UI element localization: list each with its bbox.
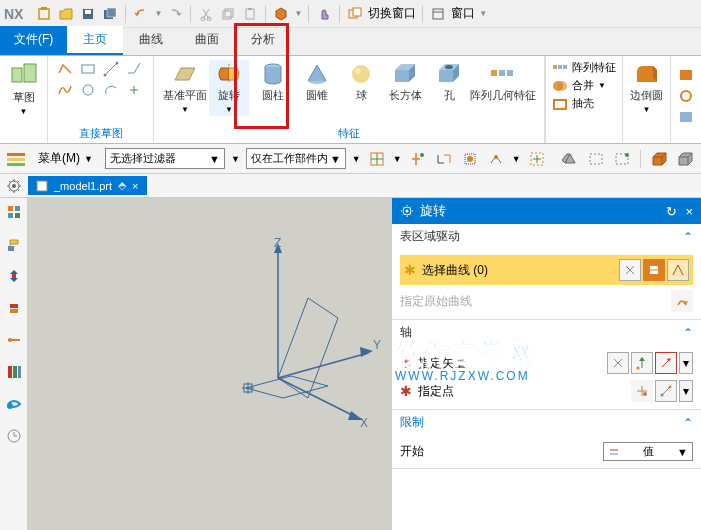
box-button[interactable]: 长方体 [385, 60, 425, 116]
profile-icon[interactable] [56, 60, 74, 78]
redo-icon[interactable] [166, 5, 184, 23]
spline-icon[interactable] [56, 81, 74, 99]
window-label[interactable]: 窗口 [451, 5, 475, 22]
copy-icon[interactable] [219, 5, 237, 23]
select-curve-row[interactable]: ✱ 选择曲线 (0) [400, 255, 693, 285]
extra-icon-3[interactable] [677, 108, 695, 126]
point-button-1[interactable] [631, 380, 653, 402]
viewport[interactable]: Z X Y [28, 198, 391, 530]
extra-icon-1[interactable] [677, 66, 695, 84]
left-sidebar [0, 198, 28, 530]
vector-button-1[interactable] [607, 352, 629, 374]
settings-icon[interactable] [4, 176, 24, 196]
menu-button[interactable]: 菜单(M)▼ [32, 148, 99, 169]
fb-view-2[interactable] [586, 149, 606, 169]
fb-icon-3[interactable] [434, 149, 454, 169]
fb-icon-2[interactable] [408, 149, 428, 169]
circle-icon[interactable] [79, 81, 97, 99]
line-icon[interactable] [102, 60, 120, 78]
scope-combo[interactable]: 仅在工作部件内▼ [246, 148, 346, 169]
nav-icon-8[interactable] [4, 426, 24, 446]
rectangle-icon[interactable] [79, 60, 97, 78]
nav-icon-3[interactable] [4, 266, 24, 286]
svg-point-86 [406, 210, 409, 213]
cylinder-button[interactable]: 圆柱 [253, 60, 293, 116]
start-value-combo[interactable]: 值▼ [603, 442, 693, 461]
touch-icon[interactable] [315, 5, 333, 23]
svg-rect-60 [37, 181, 47, 191]
datum-plane-button[interactable]: 基准平面 ▼ [165, 60, 205, 116]
tab-file[interactable]: 文件(F) [0, 26, 67, 55]
feature-icon[interactable] [272, 5, 290, 23]
section-limit-head[interactable]: 限制 ⌃ [392, 410, 701, 435]
revolve-button[interactable]: 旋转 ▼ [209, 60, 249, 116]
tab-curve[interactable]: 曲线 [123, 26, 179, 55]
hole-button[interactable]: 孔 [429, 60, 469, 116]
original-curve-button[interactable] [671, 290, 693, 312]
vector-button-2[interactable] [631, 352, 653, 374]
undo-icon[interactable] [132, 5, 150, 23]
unite-button[interactable]: 合并 ▼ [552, 78, 616, 93]
sphere-button[interactable]: 球 [341, 60, 381, 116]
nav-icon-1[interactable] [4, 202, 24, 222]
arc-icon[interactable] [102, 81, 120, 99]
cone-button[interactable]: 圆锥 [297, 60, 337, 116]
model-tab[interactable]: _model1.prt ⬘ × [28, 176, 147, 195]
nav-icon-2[interactable] [4, 234, 24, 254]
panel-close-icon[interactable]: × [685, 204, 693, 219]
window-switch-icon[interactable] [346, 5, 364, 23]
pattern-feat-button[interactable]: 阵列特征 [552, 60, 616, 75]
panel-refresh-icon[interactable]: ↻ [666, 204, 677, 219]
window-icon[interactable] [429, 5, 447, 23]
save-icon[interactable] [79, 5, 97, 23]
blend-button[interactable]: 边倒圆 ▼ [627, 60, 667, 116]
svg-point-68 [8, 338, 12, 342]
section-drive-head[interactable]: 表区域驱动 ⌃ [392, 224, 701, 249]
save-all-icon[interactable] [101, 5, 119, 23]
vector-menu-button[interactable]: ▾ [679, 352, 693, 374]
arc-tool-icon[interactable] [125, 60, 143, 78]
fb-style-1[interactable] [649, 149, 669, 169]
fb-view-1[interactable] [560, 149, 580, 169]
cut-icon[interactable] [197, 5, 215, 23]
nav-icon-4[interactable] [4, 298, 24, 318]
direct-sketch-group: 直接草图 [48, 56, 154, 143]
sketch-section-button[interactable] [619, 259, 641, 281]
nav-icon-7[interactable] [4, 394, 24, 414]
point-menu-button[interactable]: ▾ [679, 380, 693, 402]
nav-icon-6[interactable] [4, 362, 24, 382]
fb-style-2[interactable] [675, 149, 695, 169]
panel-title: 旋转 [420, 202, 446, 220]
section-axis-head[interactable]: 轴 ⌃ [392, 320, 701, 345]
fb-icon-4[interactable] [460, 149, 480, 169]
paste-icon[interactable] [241, 5, 259, 23]
sketch-button[interactable]: 草图 ▼ [4, 60, 44, 118]
new-icon[interactable] [35, 5, 53, 23]
undo-dropdown[interactable]: ▼ [154, 9, 162, 18]
filter-menu-icon[interactable] [6, 149, 26, 169]
extra-icon-2[interactable] [677, 87, 695, 105]
curve-rule-button[interactable] [667, 259, 689, 281]
feature-dropdown[interactable]: ▼ [294, 9, 302, 18]
close-tab-icon[interactable]: × [132, 180, 138, 192]
shell-button[interactable]: 抽壳 [552, 96, 616, 111]
tab-surface[interactable]: 曲面 [179, 26, 235, 55]
point-button-2[interactable] [655, 380, 677, 402]
fb-icon-6[interactable] [527, 149, 547, 169]
curve-tool-button[interactable] [643, 259, 665, 281]
tab-analysis[interactable]: 分析 [235, 26, 291, 55]
pin-icon[interactable]: ⬘ [118, 179, 126, 192]
nav-icon-5[interactable] [4, 330, 24, 350]
open-icon[interactable] [57, 5, 75, 23]
fb-view-3[interactable] [612, 149, 632, 169]
fb-icon-1[interactable] [367, 149, 387, 169]
gear-icon[interactable] [400, 204, 414, 218]
switch-window-label[interactable]: 切换窗口 [368, 5, 416, 22]
point-icon[interactable] [125, 81, 143, 99]
window-dropdown[interactable]: ▼ [479, 9, 487, 18]
filter-combo[interactable]: 无选择过滤器▼ [105, 148, 225, 169]
pattern-geo-button[interactable]: 阵列几何特征 [473, 60, 533, 116]
vector-button-3[interactable] [655, 352, 677, 374]
fb-icon-5[interactable] [486, 149, 506, 169]
tab-home[interactable]: 主页 [67, 26, 123, 55]
